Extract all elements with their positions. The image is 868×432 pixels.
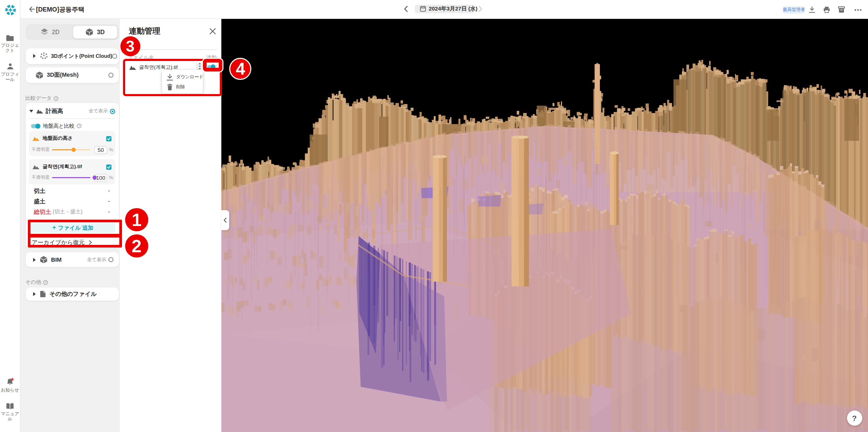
svg-text:?: ?	[55, 96, 57, 100]
svg-text:?: ?	[45, 280, 46, 284]
svg-text:?: ?	[78, 124, 80, 128]
